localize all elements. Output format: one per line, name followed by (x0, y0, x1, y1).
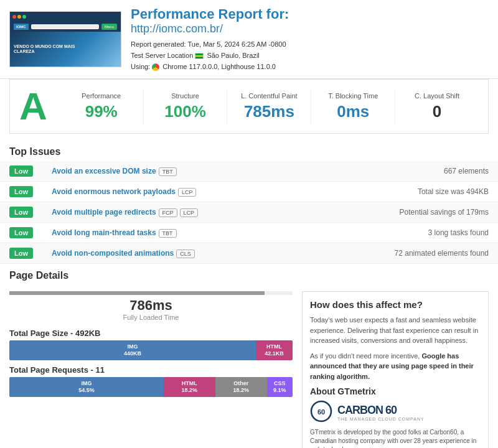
cls-value: 0 (402, 102, 472, 121)
bar-segment: Other18.2% (215, 377, 267, 397)
report-title: Performance Report for: (131, 6, 489, 22)
structure-score: Structure 100% (143, 89, 227, 124)
carbon60-description: GTmetrix is developed by the good folks … (310, 428, 481, 448)
page-details-left: 786ms Fully Loaded Time Total Page Size … (9, 291, 293, 448)
test-server-label: Test Server Location (131, 52, 193, 59)
structure-value: 100% (150, 102, 221, 121)
svg-text:60: 60 (317, 408, 325, 416)
how-affects-text2-prefix: As if you didn't need more incentive, (310, 352, 421, 360)
issue-detail: 667 elements (313, 161, 498, 182)
carbon60-sub: THE MANAGED CLOUD COMPANY (337, 417, 425, 421)
bar-segment: HTML42.1KB (256, 340, 293, 360)
severity-badge: Low (9, 227, 33, 238)
header-info: Performance Report for: http://iomc.com.… (131, 6, 489, 72)
requests-bar-chart: IMG54.5%HTML18.2%Other18.2%CSS9.1% (9, 377, 293, 397)
fully-loaded-label: Fully Loaded Time (9, 314, 293, 321)
performance-label: Performance (66, 92, 137, 100)
issue-link[interactable]: Avoid long main-thread tasks (52, 228, 156, 237)
issue-detail: 72 animated elements found (313, 243, 498, 264)
report-generated-value: Tue, Mar 5, 2024 6:25 AM -0800 (188, 40, 286, 48)
severity-badge: Low (9, 248, 33, 259)
severity-badge: Low (9, 166, 33, 177)
how-affects-text2: As if you didn't need more incentive, Go… (310, 351, 481, 382)
tag-badge: LCP (178, 188, 197, 197)
using-label: Using: (131, 63, 150, 70)
fully-loaded-bar-fill (9, 291, 265, 295)
grade-box: A (19, 87, 47, 126)
lcp-label: L. Contentful Paint (233, 92, 304, 100)
tag-badge: TBT (159, 167, 177, 176)
page-size-title: Total Page Size - 492KB (9, 329, 293, 338)
issue-detail: 3 long tasks found (313, 223, 498, 243)
grade-letter: A (19, 87, 47, 126)
structure-label: Structure (150, 92, 221, 100)
issue-link[interactable]: Avoid multiple page redirects (52, 208, 156, 217)
page-details-section: 786ms Fully Loaded Time Total Page Size … (0, 285, 498, 448)
size-bar-chart: IMG440KBHTML42.1KB (9, 340, 293, 360)
table-row: LowAvoid enormous network payloadsLCPTot… (0, 182, 498, 202)
thumb-text1: VENDO O MUNDO COM MAIS (14, 44, 117, 49)
fully-loaded-bar (9, 291, 293, 295)
bar-segment: IMG54.5% (9, 377, 164, 397)
performance-value: 99% (66, 102, 137, 121)
top-issues-title: Top Issues (0, 140, 498, 161)
performance-score: Performance 99% (60, 89, 143, 124)
lcp-score: L. Contentful Paint 785ms (227, 89, 311, 124)
tbt-score: T. Blocking Time 0ms (311, 89, 395, 124)
thumb-text2: CLAREZA (14, 49, 117, 54)
about-title: About GTmetrix (310, 386, 481, 396)
carbon60-logo: 60 CARBON 60 THE MANAGED CLOUD COMPANY (310, 400, 481, 424)
how-affects-title: How does this affect me? (310, 299, 481, 310)
page-requests-title: Total Page Requests - 11 (9, 365, 293, 375)
scores-section: A Performance 99% Structure 100% L. Cont… (9, 79, 489, 134)
issue-detail: Total size was 494KB (313, 182, 498, 202)
issue-link[interactable]: Avoid enormous network payloads (52, 187, 176, 196)
carbon60-text: CARBON 60 (337, 404, 425, 417)
report-url: http://iomc.com.br/ (131, 22, 489, 35)
severity-badge: Low (9, 207, 33, 218)
tag-badge: FCP (159, 208, 177, 217)
bar-segment: IMG440KB (9, 340, 256, 360)
tag-badge: CLS (176, 250, 195, 258)
report-meta: Report generated: Tue, Mar 5, 2024 6:25 … (131, 39, 489, 72)
brazil-flag-icon (195, 53, 204, 59)
fully-loaded-value: 786ms (9, 297, 293, 314)
page-details-right: How does this affect me? Today's web use… (302, 291, 489, 448)
issue-detail: Potential savings of 179ms (313, 202, 498, 223)
issue-link[interactable]: Avoid an excessive DOM size (52, 167, 156, 175)
report-generated-label: Report generated: (131, 40, 186, 48)
tag-badge: TBT (159, 229, 177, 238)
fully-loaded-container: 786ms Fully Loaded Time (9, 291, 293, 321)
site-thumbnail: IOMC Menu VENDO O MUNDO COM MAIS CLAREZA (9, 11, 121, 67)
cls-score: C. Layout Shift 0 (395, 89, 479, 124)
header: IOMC Menu VENDO O MUNDO COM MAIS CLAREZA… (0, 0, 498, 79)
chrome-icon (152, 63, 159, 71)
table-row: LowAvoid an excessive DOM sizeTBT667 ele… (0, 161, 498, 182)
carbon60-logo-icon: 60 (310, 400, 332, 424)
page-details-title: Page Details (0, 264, 498, 285)
issues-table: LowAvoid an excessive DOM sizeTBT667 ele… (0, 161, 498, 264)
lcp-value: 785ms (233, 102, 304, 121)
table-row: LowAvoid long main-thread tasksTBT3 long… (0, 223, 498, 243)
tbt-value: 0ms (317, 102, 388, 121)
cls-label: C. Layout Shift (402, 92, 472, 100)
using-value: Chrome 117.0.0.0, Lighthouse 11.0.0 (162, 63, 276, 70)
bar-segment: CSS9.1% (267, 377, 293, 397)
table-row: LowAvoid multiple page redirectsFCPLCPPo… (0, 202, 498, 223)
table-row: LowAvoid non-composited animationsCLS72 … (0, 243, 498, 264)
tag-badge: LCP (180, 208, 199, 217)
how-affects-text1: Today's web user expects a fast and seam… (310, 315, 481, 346)
tbt-label: T. Blocking Time (317, 92, 388, 100)
score-items: Performance 99% Structure 100% L. Conten… (60, 89, 479, 124)
test-server-value: São Paulo, Brazil (207, 52, 259, 59)
issue-link[interactable]: Avoid non-composited animations (52, 249, 174, 258)
severity-badge: Low (9, 186, 33, 197)
bar-segment: HTML18.2% (164, 377, 215, 397)
